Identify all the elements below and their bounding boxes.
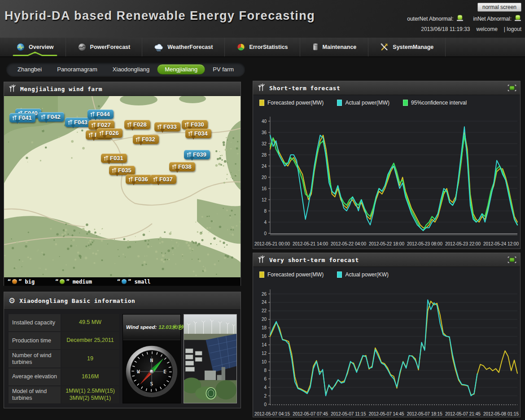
svg-text:12: 12 — [262, 197, 267, 202]
map-marker-f035[interactable]: F035 — [109, 166, 135, 175]
farm-subtabs: ZhangbeiPanoramagramXiaodongliangMengjia… — [6, 62, 245, 76]
svg-text:24: 24 — [262, 300, 267, 305]
nav-item-label: Overview — [29, 44, 54, 50]
x-axis-label: 2012-05-22 04:00 — [331, 241, 366, 246]
subtab-panoramagram[interactable]: Panoramagram — [49, 64, 105, 74]
x-axis-label: 2012-05-07 11:15 — [331, 411, 366, 416]
nav-item-powerforecast[interactable]: PowerForecast — [66, 38, 143, 57]
map-marker-f041[interactable]: F041 — [9, 113, 35, 122]
maintenance-icon — [312, 43, 319, 52]
site-photo-image — [184, 315, 236, 403]
svg-text:2: 2 — [264, 394, 267, 398]
legend-item: Actual power(MW) — [337, 100, 389, 106]
map-marker-f036[interactable]: F036 — [126, 175, 152, 184]
x-axis-label: 2012-05-21 14:00 — [293, 241, 328, 246]
nav-item-errorstatistics[interactable]: ErrorStatistics — [225, 38, 300, 57]
wind-turbine-icon — [135, 136, 141, 142]
x-axis-label: 2012-05-08 01:15 — [483, 411, 519, 416]
info-row-value: December 25,2011 — [61, 332, 119, 349]
nav-item-maintenance[interactable]: Maintenance — [300, 38, 369, 57]
short-term-legend: Forecasted power(MW)Actual power(MW)95%c… — [253, 95, 520, 110]
very-short-term-panel-header: Very short-term forecast — [253, 253, 520, 267]
map-marker-f028[interactable]: F028 — [124, 120, 150, 129]
nav-item-systemmanage[interactable]: SystemManage — [368, 38, 446, 57]
subtab-xiaodongliang[interactable]: Xiaodongliang — [105, 64, 157, 74]
very-short-term-x-axis-labels: 2012-05-07 04:152012-05-07 07:452012-05-… — [253, 411, 520, 416]
x-axis-label: 2012-05-23 08:00 — [407, 241, 442, 246]
svg-text:28: 28 — [262, 153, 267, 158]
svg-text:18: 18 — [262, 325, 267, 330]
map-marker-f038[interactable]: F038 — [169, 162, 195, 171]
map-marker-f037[interactable]: F037 — [150, 175, 176, 184]
wind-turbine-icon — [188, 131, 193, 136]
maximize-icon[interactable] — [508, 84, 516, 92]
marker-label: F030 — [191, 121, 204, 128]
legend-item: Forecasted power(MW) — [259, 100, 324, 106]
svg-text:40: 40 — [262, 119, 267, 124]
error-icon — [236, 43, 245, 52]
map-legend-item-big: “”big — [8, 279, 35, 285]
small-marker-dot-icon — [122, 279, 127, 284]
map-marker-f044[interactable]: F044 — [88, 109, 114, 119]
overview-icon — [16, 43, 25, 52]
wind-speed-box: Wind speed: 12.03米/秒 — [122, 314, 181, 403]
nav-item-overview[interactable]: Overview — [4, 38, 66, 57]
wind-turbine-icon — [258, 83, 265, 93]
very-short-term-legend: Forecasted power(MW)Actual power(KW) — [253, 267, 520, 282]
marker-label: F034 — [194, 130, 208, 137]
wind-turbine-icon — [67, 119, 73, 125]
outer-net-status-lamp-icon — [456, 15, 464, 23]
map-marker-f033[interactable]: F033 — [154, 122, 180, 131]
maximize-icon[interactable] — [508, 256, 516, 263]
map-marker-f032[interactable]: F032 — [133, 135, 159, 144]
map-marker-f043[interactable]: F043 — [65, 118, 91, 127]
map-marker-f034[interactable]: F034 — [185, 129, 211, 138]
legend-swatch-icon — [337, 271, 342, 278]
x-axis-label: 2012-05-07 07:45 — [293, 411, 328, 416]
subtab-mengjialiang[interactable]: Mengjialiang — [157, 64, 205, 74]
wind-turbine-icon — [99, 130, 105, 136]
wind-turbine-icon — [88, 132, 94, 138]
subtab-pv-farm[interactable]: PV farm — [205, 64, 241, 74]
map-marker-f026[interactable]: F026 — [96, 128, 122, 138]
basic-info-table: Installed capacity49.5 MWProduction time… — [9, 314, 119, 403]
marker-label: F035 — [118, 167, 131, 174]
x-axis-label: 2012-05-24 12:00 — [483, 241, 519, 246]
map-marker-f039[interactable]: F039 — [184, 150, 210, 159]
svg-text:4: 4 — [264, 385, 267, 390]
info-panel-title: Xiaodongliang Basic information — [19, 298, 135, 304]
wind-turbine-icon — [111, 167, 117, 173]
svg-text:20: 20 — [262, 317, 267, 322]
info-row: Model of wind turbines1MW(1) 2.5MW(15) 3… — [9, 386, 119, 403]
weather-icon — [154, 43, 164, 52]
info-row-value: 1MW(1) 2.5MW(15) 3MW(2) 5MW(1) — [61, 386, 119, 403]
map-marker-f030[interactable]: F030 — [182, 120, 208, 129]
marker-label: F027 — [97, 122, 111, 128]
svg-text:26: 26 — [262, 292, 267, 297]
legend-item: 95%confidence interval — [403, 100, 467, 106]
wind-farm-map-panel: Mengjialiang wind farm — [4, 82, 241, 286]
svg-text:4: 4 — [264, 220, 267, 225]
logout-link[interactable]: | logout — [504, 26, 521, 32]
normal-screen-button[interactable]: normal screen — [477, 3, 521, 12]
map-marker-f042[interactable]: F042 — [38, 112, 64, 122]
short-term-panel-header: Short-term forecast — [253, 81, 520, 95]
svg-text:36: 36 — [262, 130, 267, 135]
subtab-zhangbei[interactable]: Zhangbei — [10, 64, 49, 74]
wind-turbine-icon — [91, 122, 96, 128]
map-size-legend: “”big“”medium“”small — [4, 277, 241, 286]
svg-text:32: 32 — [262, 141, 267, 146]
x-axis-label: 2012-05-22 18:00 — [369, 241, 404, 246]
marker-label: F031 — [110, 155, 123, 162]
compass: NESW — [123, 340, 180, 403]
nav-item-weatherforecast[interactable]: WeatherForecast — [142, 38, 225, 57]
marker-label: F033 — [163, 123, 177, 130]
header-time-row: 2013/06/18 11:19:33 welcome | logout — [421, 26, 521, 32]
wind-turbine-icon — [157, 124, 162, 130]
short-term-panel-title: Short-term forecast — [269, 85, 340, 92]
legend-swatch-icon — [259, 100, 264, 106]
info-row: Average elevation1616M — [9, 368, 119, 385]
map-marker-f031[interactable]: F031 — [101, 153, 127, 163]
info-row-label: Number of wind turbines — [9, 350, 61, 367]
wind-turbine-icon — [186, 152, 192, 158]
